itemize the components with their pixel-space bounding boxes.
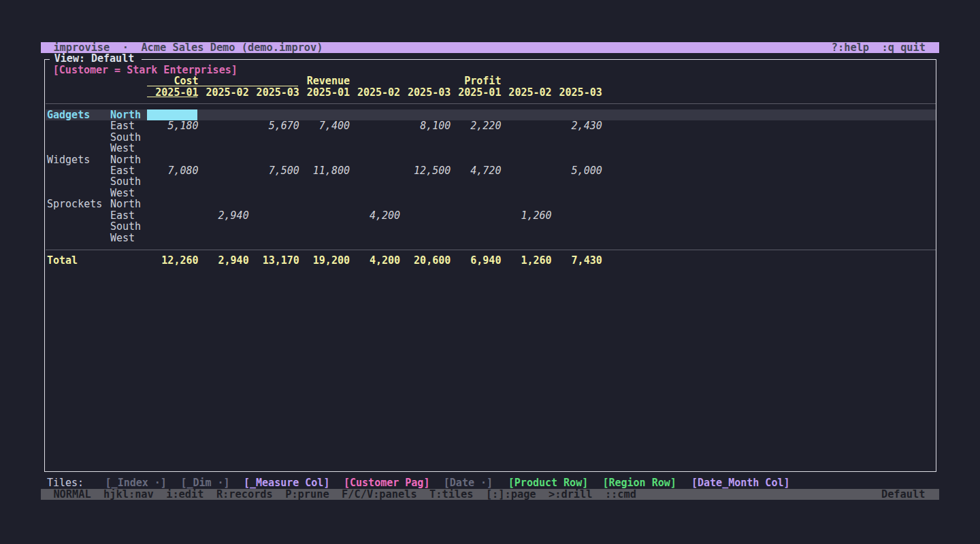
tile-customer[interactable]: [Customer Pag] — [344, 479, 429, 490]
data-cell[interactable]: 2,220 — [450, 120, 502, 131]
column-header[interactable]: 2025-03 — [248, 87, 299, 98]
data-cell[interactable]: 2,940 — [197, 210, 249, 221]
status-hint: >:drill — [549, 489, 592, 500]
total-cell: 12,260 — [147, 255, 199, 266]
data-cell[interactable]: 4,720 — [450, 165, 502, 176]
column-header[interactable]: 2025-02 — [197, 87, 249, 98]
status-hint: T:tiles — [429, 489, 473, 500]
product-label[interactable]: Widgets — [47, 154, 90, 165]
product-label[interactable]: Gadgets — [47, 109, 90, 120]
tile-date-month[interactable]: [Date_Month Col] — [691, 479, 790, 490]
selected-column-underline — [147, 97, 197, 97]
total-cell: 6,940 — [450, 255, 502, 266]
titlebar: improvise · Acme Sales Demo (demo.improv… — [41, 42, 939, 53]
region-label[interactable]: South — [110, 132, 141, 143]
titlebar-separator-dot: · — [122, 42, 129, 53]
column-header[interactable]: 2025-01 — [450, 87, 502, 98]
column-header[interactable]: 2025-03 — [551, 87, 602, 98]
region-label[interactable]: West — [110, 233, 135, 243]
tile-product[interactable]: [Product Row] — [508, 479, 588, 490]
total-label: Total — [47, 255, 78, 266]
region-label[interactable]: North — [110, 154, 141, 165]
column-header[interactable]: 2025-01 — [298, 87, 350, 98]
data-cell[interactable]: 11,800 — [298, 165, 350, 176]
region-label[interactable]: West — [110, 188, 135, 199]
quit-hint: :q quit — [882, 42, 926, 53]
region-label[interactable]: South — [110, 176, 141, 187]
status-hint: hjkl:nav — [103, 489, 154, 500]
cursor-cell[interactable] — [147, 109, 197, 120]
region-label[interactable]: West — [110, 143, 135, 154]
status-hint: [:]:page — [486, 489, 536, 500]
tile-dim[interactable]: [_Dim ·] — [180, 479, 229, 490]
mode-indicator: NORMAL — [53, 489, 91, 500]
data-cell[interactable]: 4,200 — [348, 210, 400, 221]
status-bar: NORMAL hjkl:nav i:edit R:records P:prune… — [41, 489, 939, 500]
column-header[interactable]: 2025-03 — [399, 87, 451, 98]
total-cell: 19,200 — [298, 255, 350, 266]
tile-date[interactable]: [Date ·] — [444, 479, 493, 490]
status-hint: ::cmd — [605, 489, 636, 500]
total-cell: 13,170 — [248, 255, 299, 266]
column-header[interactable]: 2025-02 — [500, 87, 552, 98]
region-label[interactable]: East — [110, 210, 135, 221]
total-cell: 20,600 — [399, 255, 451, 266]
data-cell[interactable]: 5,000 — [551, 165, 602, 176]
product-label[interactable]: Sprockets — [47, 199, 102, 209]
region-label[interactable]: East — [110, 120, 135, 131]
status-hint: F/C/V:panels — [342, 489, 417, 500]
status-hint: i:edit — [166, 489, 203, 500]
tiles-label: Tiles: — [47, 479, 84, 490]
help-hint: ?:help — [832, 42, 869, 53]
status-hint: P:prune — [285, 489, 329, 500]
region-label[interactable]: North — [110, 109, 141, 120]
view-title: View: Default — [54, 53, 134, 64]
document-title: Acme Sales Demo (demo.improv) — [141, 42, 323, 53]
data-cell[interactable]: 7,500 — [248, 165, 299, 176]
data-cell[interactable]: 12,500 — [399, 165, 451, 176]
data-cell[interactable]: 1,260 — [500, 210, 552, 221]
region-label[interactable]: North — [110, 199, 141, 209]
tile-region[interactable]: [Region Row] — [602, 479, 676, 490]
data-cell[interactable]: 5,670 — [248, 120, 299, 131]
data-cell[interactable]: 2,430 — [551, 120, 602, 131]
total-cell: 7,430 — [551, 255, 602, 266]
region-label[interactable]: East — [110, 165, 135, 176]
status-view-name: Default — [881, 489, 925, 500]
measure-group-header[interactable]: Profit — [450, 75, 502, 86]
data-cell[interactable]: 7,400 — [298, 120, 350, 131]
column-header[interactable]: 2025-02 — [348, 87, 400, 98]
total-cell: 1,260 — [500, 255, 552, 266]
region-label[interactable]: South — [110, 221, 141, 232]
total-cell: 2,940 — [197, 255, 249, 266]
tile-index[interactable]: [_Index ·] — [105, 479, 167, 490]
data-cell[interactable]: 7,080 — [147, 165, 199, 176]
data-cell[interactable]: 5,180 — [147, 120, 199, 131]
terminal-screen: { "colors": { "background": "#1e1f2b", "… — [0, 0, 980, 544]
status-hint: R:records — [216, 489, 273, 500]
tile-measure[interactable]: [_Measure Col] — [244, 479, 329, 490]
data-cell[interactable]: 8,100 — [399, 120, 451, 131]
total-separator — [46, 250, 936, 250]
app-name: improvise — [53, 42, 110, 53]
filter-chip[interactable]: [Customer = Stark Enterprises] — [53, 65, 238, 75]
header-separator — [46, 103, 936, 104]
measure-group-header[interactable]: Revenue — [298, 75, 350, 86]
total-cell: 4,200 — [348, 255, 400, 266]
